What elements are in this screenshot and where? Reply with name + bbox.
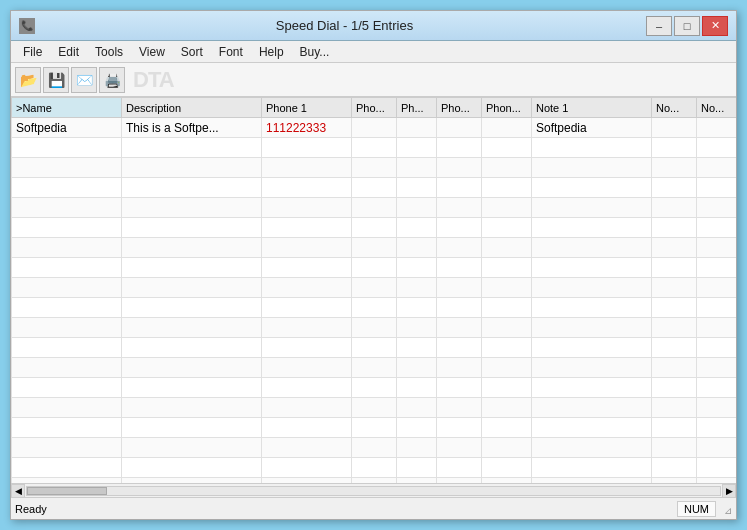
open-button[interactable]: 📂 [15,67,41,93]
table-cell-empty [122,298,262,318]
table-row-empty [12,298,737,318]
table-row-empty [12,338,737,358]
table-cell-empty [652,458,697,478]
table-cell-empty [12,398,122,418]
table-cell-empty [12,338,122,358]
table-cell-empty [697,458,737,478]
table-cell-empty [652,358,697,378]
table-cell-empty [397,138,437,158]
status-text: Ready [15,503,677,515]
col-header-note1[interactable]: Note 1 [532,98,652,118]
table-cell-empty [532,338,652,358]
table-cell-empty [532,418,652,438]
table-cell-empty [437,378,482,398]
table-cell-empty [482,458,532,478]
table-cell-empty [352,238,397,258]
scroll-left-button[interactable]: ◀ [11,484,25,498]
table-cell-empty [652,438,697,458]
table-cell-empty [697,158,737,178]
table-cell-empty [122,378,262,398]
table-cell [437,118,482,138]
table-cell: This is a Softpe... [122,118,262,138]
col-header-desc[interactable]: Description [122,98,262,118]
menu-edit[interactable]: Edit [50,43,87,61]
mail-button[interactable]: ✉️ [71,67,97,93]
table-cell-empty [12,358,122,378]
table-cell-empty [652,278,697,298]
table-row[interactable]: SoftpediaThis is a Softpe...111222333Sof… [12,118,737,138]
menu-tools[interactable]: Tools [87,43,131,61]
table-cell-empty [12,298,122,318]
col-header-phone1[interactable]: Phone 1 [262,98,352,118]
table-cell-empty [437,338,482,358]
table-cell-empty [482,398,532,418]
scroll-right-button[interactable]: ▶ [722,484,736,498]
table-cell-empty [352,278,397,298]
table-cell [397,118,437,138]
table-cell-empty [12,378,122,398]
menu-help[interactable]: Help [251,43,292,61]
table-cell-empty [352,358,397,378]
menu-font[interactable]: Font [211,43,251,61]
table-cell-empty [352,378,397,398]
table-cell-empty [12,438,122,458]
save-button[interactable]: 💾 [43,67,69,93]
table-cell-empty [122,318,262,338]
menu-view[interactable]: View [131,43,173,61]
table-row-empty [12,178,737,198]
print-button[interactable]: 🖨️ [99,67,125,93]
menu-file[interactable]: File [15,43,50,61]
table-cell-empty [437,298,482,318]
table-cell-empty [397,238,437,258]
table-cell-empty [262,418,352,438]
table-cell-empty [697,218,737,238]
data-table-container[interactable]: >Name Description Phone 1 Pho... Ph... P… [11,97,736,483]
col-header-phone5[interactable]: Phon... [482,98,532,118]
table-cell-empty [532,438,652,458]
table-cell-empty [482,418,532,438]
table-cell-empty [652,378,697,398]
table-cell-empty [262,298,352,318]
table-cell-empty [437,218,482,238]
table-cell-empty [397,358,437,378]
table-cell-empty [652,158,697,178]
num-indicator: NUM [677,501,716,517]
table-cell-empty [697,418,737,438]
resize-handle[interactable]: ⊿ [718,502,732,516]
table-cell-empty [122,138,262,158]
table-cell-empty [652,398,697,418]
col-header-name[interactable]: >Name [12,98,122,118]
scroll-thumb[interactable] [27,487,107,495]
table-cell-empty [122,338,262,358]
close-button[interactable]: ✕ [702,16,728,36]
table-cell-empty [532,238,652,258]
minimize-button[interactable]: – [646,16,672,36]
col-header-note2[interactable]: No... [652,98,697,118]
table-cell-empty [482,338,532,358]
restore-button[interactable]: □ [674,16,700,36]
table-cell-empty [482,278,532,298]
table-cell-empty [437,438,482,458]
menu-buy[interactable]: Buy... [292,43,338,61]
table-cell-empty [397,178,437,198]
col-header-phone3[interactable]: Ph... [397,98,437,118]
data-table: >Name Description Phone 1 Pho... Ph... P… [11,97,736,483]
table-row-empty [12,418,737,438]
scroll-track[interactable] [26,486,721,496]
table-cell-empty [12,278,122,298]
table-cell-empty [262,278,352,298]
horizontal-scrollbar[interactable]: ◀ ▶ [11,483,736,497]
table-row-empty [12,158,737,178]
col-header-note3[interactable]: No... [697,98,737,118]
col-header-phone4[interactable]: Pho... [437,98,482,118]
col-header-phone2[interactable]: Pho... [352,98,397,118]
table-cell-empty [532,218,652,238]
table-cell-empty [697,398,737,418]
main-window: 📞 Speed Dial - 1/5 Entries – □ ✕ File Ed… [10,10,737,520]
table-cell-empty [697,338,737,358]
table-cell-empty [437,198,482,218]
table-cell-empty [262,158,352,178]
menu-sort[interactable]: Sort [173,43,211,61]
title-bar: 📞 Speed Dial - 1/5 Entries – □ ✕ [11,11,736,41]
toolbar: 📂 💾 ✉️ 🖨️ DTA [11,63,736,97]
